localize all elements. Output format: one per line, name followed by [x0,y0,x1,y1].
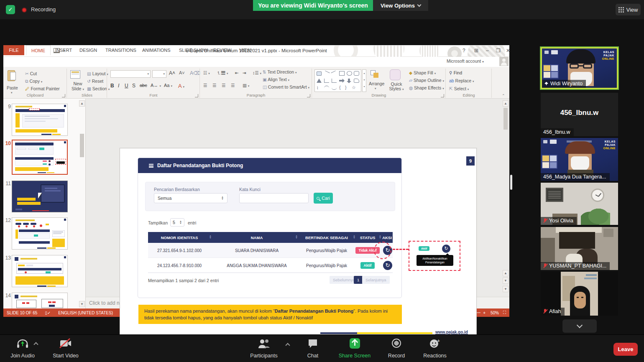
replace-button[interactable]: ab Replace ▾ [449,78,474,83]
sort-icon[interactable]: ▲▼ [209,235,212,239]
select-button[interactable]: ⇱ Select ▾ [449,86,469,91]
pagination-page-1[interactable]: 1 [354,276,363,284]
tab-transitions[interactable]: TRANSITIONS [100,45,141,55]
cari-button[interactable]: Cari [314,193,333,204]
help-icon[interactable]: ? [463,48,465,54]
participant-tile-afiah[interactable]: Afiah [541,272,618,316]
drawing-dialog-launcher[interactable] [441,94,444,97]
previous-slide-button[interactable]: ▲ [503,270,509,276]
slide-thumbnail-9[interactable] [12,104,68,136]
shape-effects-button[interactable]: ◍ Shape Effects ▾ [409,85,444,90]
security-shield-icon[interactable]: ✓ [6,5,15,14]
decrease-indent-button[interactable]: ⇤ [235,70,239,75]
next-slide-button[interactable]: ▼ [503,278,509,284]
collapse-ribbon-button[interactable]: ⌃ [502,94,505,98]
quick-styles-button[interactable]: Quick Styles ▾ [387,82,406,92]
close-icon[interactable]: ✕ [506,48,510,54]
participant-tile-ibnu[interactable]: 456_Ibnu.w 456_Ibnu.w [541,93,618,136]
leave-button[interactable]: Leave [613,343,638,356]
col-status[interactable]: STATUS [355,235,380,240]
tab-home[interactable]: HOME [26,45,51,55]
canvas-scroll-down[interactable]: ▼ [503,286,509,292]
find-button[interactable]: ⚲ Find [449,70,462,75]
new-slide-button[interactable]: New Slide ▾ [69,81,86,92]
shapes-gallery[interactable]: ⌇ { } ☆ [314,69,361,92]
line-spacing-button[interactable]: ↕☰ ▾ [253,70,261,75]
paragraph-dialog-launcher[interactable] [307,94,310,97]
share-screen-button[interactable]: Share Screen [335,334,375,362]
tab-slide-show[interactable]: SLIDE SHOW [174,45,213,55]
tab-insert[interactable]: INSERT [50,45,77,55]
increase-font-icon[interactable]: A˄ [169,70,175,76]
format-painter-button[interactable]: 🖉 Format Painter [25,86,60,91]
col-nama[interactable]: NAMA [215,235,299,240]
paste-button[interactable]: Paste [7,85,18,90]
account-label[interactable]: Microsoft account ▾ [447,59,484,64]
search-by-select[interactable]: Semua ▲▼ [154,193,227,203]
account-avatar[interactable] [499,57,509,66]
minimize-icon[interactable]: – [486,48,489,54]
slide-thumbnail-14[interactable] [12,293,68,308]
layout-button[interactable]: ▤ Layout ▾ [87,71,108,76]
slide-thumbnail-10-selected[interactable] [12,140,68,175]
view-options-button[interactable]: View Options [373,0,428,11]
pagination-next[interactable]: Selanjutnya [362,276,390,284]
spellcheck-icon[interactable]: ▯✓ [45,311,51,315]
cut-button[interactable]: ✂ Cut [25,71,37,76]
align-left-button[interactable]: ☰ [203,83,208,88]
change-case-button[interactable]: Aa ▾ [164,83,172,88]
sort-icon[interactable]: ▲▼ [295,235,298,239]
slide-thumbnail-13[interactable] [12,255,68,287]
columns-button[interactable]: ▥ ▾ [243,83,249,88]
clipboard-dialog-launcher[interactable] [62,94,65,97]
arrange-button[interactable]: Arrange [369,81,384,86]
record-button[interactable]: Record [381,334,411,362]
align-text-button[interactable]: ▣ Align Text ▾ [263,77,289,82]
tab-file[interactable]: FILE [3,45,24,55]
participant-tile-madya[interactable]: KELASPAJAKONLINE 456_Madya Dua Tangera..… [541,138,618,181]
font-dialog-launcher[interactable] [195,94,198,97]
zoom-in-button[interactable]: + [483,311,486,315]
align-center-button[interactable]: ☰ [212,83,216,88]
tab-animations[interactable]: ANIMATIONS [137,45,176,55]
start-video-button[interactable]: Start Video [47,334,84,362]
ribbon-options-icon[interactable]: ⊞ [474,48,478,54]
shapes-scroll[interactable]: ▴▾▾ [362,69,366,92]
collapse-gallery-button[interactable] [562,319,597,333]
language-indicator[interactable]: ENGLISH (UNITED STATES) [58,311,113,315]
participant-tile-widi[interactable]: KELASPAJAKONLINE Widi Wiryanto [541,47,618,89]
underline-button[interactable]: U [125,83,128,89]
toggle-status-button[interactable]: ↻ [383,261,392,270]
shape-fill-button[interactable]: ◆ Shape Fill ▾ [409,70,436,75]
participant-tile-yosi[interactable]: Yosi Olivia [541,183,618,225]
numbering-button[interactable]: ⒈☰ ▾ [217,70,228,76]
zoom-level[interactable]: 50% [491,311,499,315]
font-color-button[interactable]: A ▾ [178,83,184,89]
participants-button[interactable]: 45 Participants [246,334,282,362]
shadow-button[interactable]: S [132,83,135,89]
reset-button[interactable]: ↺ Reset [87,79,103,84]
tab-review[interactable]: REVIEW [208,45,236,55]
canvas-scroll-up[interactable]: ▲ [503,100,509,107]
col-nomor-identitas[interactable]: NOMOR IDENTITAS [148,235,211,240]
canvas-scroll-thumb[interactable] [503,108,508,130]
view-button[interactable]: View [616,4,641,15]
justify-button[interactable]: ☰ [231,83,235,88]
keyword-input[interactable] [239,193,309,203]
align-right-button[interactable]: ☰ [222,83,225,88]
decrease-font-icon[interactable]: A˅ [179,70,185,75]
share-scrollbar-thumb[interactable] [510,175,512,190]
slide-thumbnail-12[interactable] [12,217,68,250]
clear-formatting-icon[interactable]: A⌫ [190,70,200,76]
restore-icon[interactable]: ❐ [496,48,501,54]
strikethrough-button[interactable]: abc [140,83,147,88]
font-size-combo[interactable]: ▾ [152,70,166,78]
thumb-scroll-up[interactable]: ▲ [79,100,85,107]
shape-outline-button[interactable]: ▱ Shape Outline ▾ [409,78,444,83]
convert-smartart-button[interactable]: ◫ Convert to SmartArt ▾ [263,84,309,89]
thumb-scroll-down[interactable]: ▼ [79,301,85,307]
chat-button[interactable]: Chat [299,334,326,362]
text-direction-button[interactable]: ⇅ Text Direction ▾ [263,69,297,74]
fit-slide-button[interactable]: ⛶ [503,310,506,315]
tab-design[interactable]: DESIGN [74,45,102,55]
